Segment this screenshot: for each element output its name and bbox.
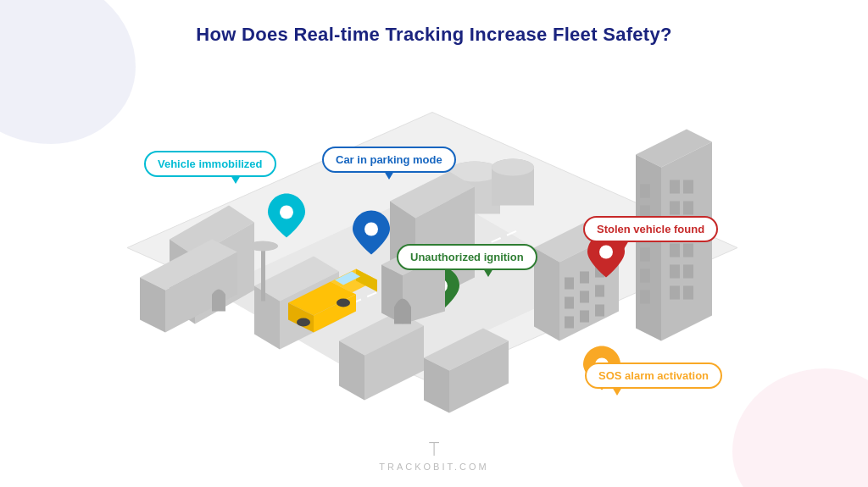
svg-rect-30 — [670, 244, 680, 257]
tooltip-stolen-vehicle: Stolen vehicle found — [583, 216, 718, 242]
svg-rect-50 — [565, 317, 574, 329]
svg-rect-48 — [565, 278, 574, 290]
svg-rect-38 — [683, 286, 693, 300]
tooltip-unauthorized-ignition: Unauthorized ignition — [397, 244, 537, 270]
svg-rect-25 — [640, 269, 650, 283]
svg-rect-49 — [565, 297, 574, 309]
svg-point-58 — [248, 241, 278, 252]
svg-rect-32 — [670, 286, 680, 300]
svg-point-67 — [280, 206, 293, 219]
svg-rect-28 — [670, 202, 680, 215]
svg-rect-57 — [261, 246, 265, 302]
svg-rect-36 — [683, 244, 693, 257]
svg-marker-46 — [534, 248, 559, 341]
svg-rect-34 — [683, 202, 693, 215]
tooltip-sos-alarm: SOS alarm activation — [585, 362, 722, 389]
svg-point-68 — [364, 223, 378, 236]
svg-point-66 — [337, 299, 350, 307]
svg-rect-33 — [683, 180, 693, 194]
svg-rect-24 — [640, 248, 650, 262]
svg-rect-26 — [640, 291, 650, 304]
svg-rect-21 — [640, 185, 650, 198]
svg-point-17 — [492, 159, 534, 176]
svg-rect-56 — [595, 305, 604, 317]
svg-rect-51 — [580, 272, 589, 284]
brand-name: TRACKOBIT.COM — [379, 462, 488, 472]
svg-point-70 — [599, 246, 613, 259]
svg-rect-55 — [595, 285, 604, 297]
svg-rect-53 — [580, 311, 589, 323]
brand-logo-icon: ⟙ — [428, 440, 440, 460]
svg-point-65 — [297, 318, 310, 327]
page-title: How Does Real-time Tracking Increase Fle… — [0, 24, 868, 46]
tooltip-car-parking: Car in parking mode — [322, 147, 456, 173]
svg-rect-27 — [670, 180, 680, 194]
svg-rect-37 — [683, 265, 693, 279]
tooltip-vehicle-immobilized: Vehicle immobilized — [144, 151, 276, 177]
svg-rect-52 — [580, 291, 589, 303]
svg-rect-31 — [670, 265, 680, 279]
brand-footer: ⟙ TRACKOBIT.COM — [379, 440, 488, 472]
main-scene: Vehicle immobilized Car in parking mode … — [42, 59, 826, 436]
